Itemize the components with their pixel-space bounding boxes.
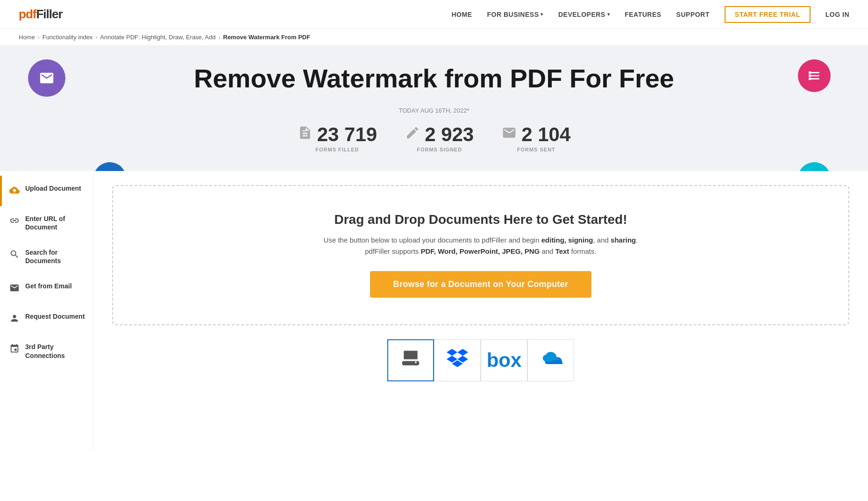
page-title: Remove Watermark from PDF For Free (19, 64, 849, 93)
breadcrumb-functionality-index[interactable]: Functionality index (43, 34, 93, 41)
sidebar-item-search[interactable]: Search for Documents (0, 240, 93, 273)
nav-for-business[interactable]: FOR BUSINESS ▾ (487, 11, 543, 18)
search-icon (9, 249, 20, 262)
forms-signed-icon (405, 125, 420, 143)
nav-developers[interactable]: DEVELOPERS ▾ (558, 11, 610, 18)
navbar: pdfFiller HOME FOR BUSINESS ▾ DEVELOPERS… (0, 0, 868, 29)
cloud-source-onedrive[interactable] (527, 339, 574, 381)
stat-date: TODAY AUG 16TH, 2022* (19, 107, 849, 114)
connect-icon (9, 344, 20, 356)
forms-sent-number: 2 104 (521, 123, 570, 146)
sidebar-email-label: Get from Email (25, 282, 72, 290)
float-grid-icon (798, 59, 831, 92)
nav-links: HOME FOR BUSINESS ▾ DEVELOPERS ▾ FEATURE… (451, 6, 849, 23)
sidebar-3rdparty-label: 3rd Party Connections (25, 343, 85, 359)
nav-features[interactable]: FEATURES (625, 11, 661, 18)
logo-filler: Filler (36, 7, 62, 21)
sidebar-item-3rdparty[interactable]: 3rd Party Connections (0, 334, 93, 368)
link-icon (9, 215, 20, 228)
breadcrumb-sep-1: › (38, 34, 40, 41)
nav-home[interactable]: HOME (451, 11, 472, 18)
start-free-trial-button[interactable]: START FREE TRIAL (725, 6, 811, 23)
dropbox-icon (447, 347, 468, 373)
hero-stats: 23 719 FORMS FILLED 2 923 FORMS SIGNED 2… (19, 123, 849, 152)
stat-forms-sent: 2 104 FORMS SENT (502, 123, 570, 152)
drop-zone-title: Drag and Drop Documents Here to Get Star… (334, 212, 627, 227)
breadcrumb-sep-3: › (219, 34, 221, 41)
sidebar-url-label: Enter URL of Document (25, 215, 85, 231)
sidebar-request-label: Request Document (25, 312, 85, 321)
cloud-sources: box (112, 339, 849, 381)
main-content: Upload Document Enter URL of Document Se… (0, 171, 868, 451)
svg-rect-2 (809, 78, 811, 80)
forms-filled-number: 23 719 (317, 123, 377, 146)
person-icon (9, 313, 20, 326)
chevron-down-icon: ▾ (607, 12, 610, 17)
logo-pdf: pdf (19, 7, 36, 21)
hero-section: Remove Watermark from PDF For Free TODAY… (0, 45, 868, 171)
cloud-source-computer[interactable] (387, 339, 434, 381)
logo[interactable]: pdfFiller (19, 7, 63, 21)
float-doc-icon (93, 162, 126, 171)
forms-signed-label: FORMS SIGNED (417, 147, 462, 152)
breadcrumb-annotate-pdf[interactable]: Annotate PDF: Highlight, Draw, Erase, Ad… (100, 34, 215, 41)
svg-rect-0 (809, 72, 811, 74)
stat-forms-filled: 23 719 FORMS FILLED (298, 123, 377, 152)
float-download-icon (798, 162, 831, 171)
upload-icon (9, 185, 20, 198)
forms-sent-label: FORMS SENT (517, 147, 555, 152)
computer-icon (400, 348, 421, 372)
browse-button[interactable]: Browse for a Document on Your Computer (370, 271, 592, 298)
sidebar-search-label: Search for Documents (25, 248, 85, 265)
sidebar-item-request[interactable]: Request Document (0, 304, 93, 334)
sidebar-item-email[interactable]: Get from Email (0, 273, 93, 304)
forms-sent-icon (502, 125, 517, 143)
sidebar-item-url[interactable]: Enter URL of Document (0, 206, 93, 240)
breadcrumb-current: Remove Watermark From PDF (223, 34, 311, 41)
svg-rect-1 (809, 74, 811, 77)
drop-zone-description: Use the button below to upload your docu… (317, 235, 644, 257)
cloud-source-box[interactable]: box (481, 339, 527, 381)
sidebar-upload-label: Upload Document (25, 184, 81, 193)
chevron-down-icon: ▾ (541, 12, 543, 17)
drop-zone[interactable]: Drag and Drop Documents Here to Get Star… (112, 185, 849, 325)
email-icon (9, 283, 20, 295)
forms-filled-icon (298, 125, 313, 143)
drop-zone-container: Drag and Drop Documents Here to Get Star… (93, 171, 868, 451)
breadcrumb-home[interactable]: Home (19, 34, 35, 41)
box-icon: box (487, 349, 522, 372)
breadcrumb-sep-2: › (95, 34, 97, 41)
float-email-icon (28, 59, 65, 97)
cloud-source-dropbox[interactable] (434, 339, 481, 381)
forms-signed-number: 2 923 (425, 123, 474, 146)
nav-support[interactable]: SUPPORT (676, 11, 710, 18)
sidebar-item-upload[interactable]: Upload Document (0, 176, 93, 206)
sidebar: Upload Document Enter URL of Document Se… (0, 171, 93, 451)
onedrive-icon (539, 351, 563, 370)
breadcrumb: Home › Functionality index › Annotate PD… (0, 29, 868, 45)
forms-filled-label: FORMS FILLED (315, 147, 359, 152)
nav-login[interactable]: LOG IN (825, 11, 849, 18)
stat-forms-signed: 2 923 FORMS SIGNED (405, 123, 474, 152)
